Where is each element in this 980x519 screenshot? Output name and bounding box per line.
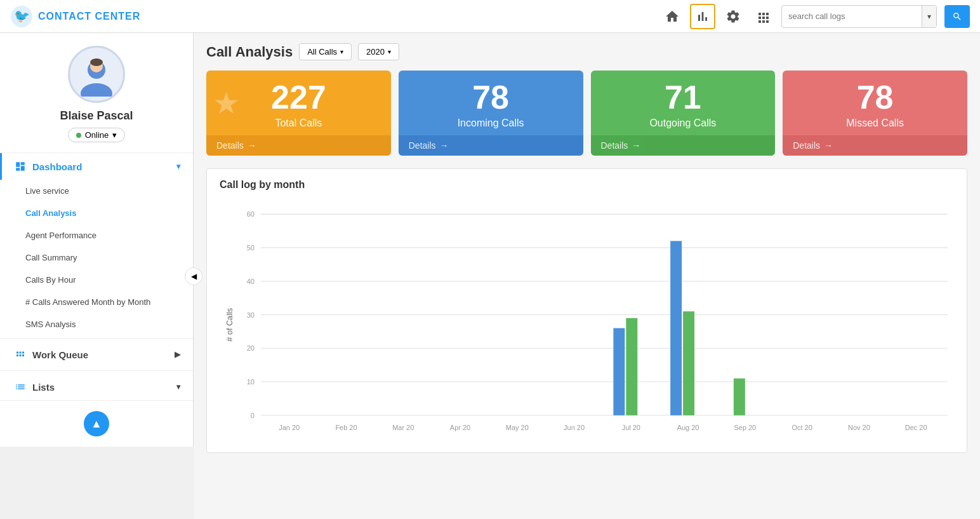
sidebar-item-sms-analysis[interactable]: SMS Analysis xyxy=(0,313,193,335)
total-calls-number: 227 xyxy=(271,81,326,114)
call-summary-label: Call Summary xyxy=(25,253,77,262)
sidebar-item-call-summary[interactable]: Call Summary xyxy=(0,246,193,269)
sidebar-wrapper: Blaise Pascal Online ▾ Dashboard ▾ Live … xyxy=(0,33,194,519)
svg-text:Sep 20: Sep 20 xyxy=(734,424,756,431)
status-badge[interactable]: Online ▾ xyxy=(68,128,126,142)
chart-section: Call log by month # of Calls 0 10 20 xyxy=(206,168,967,453)
bar-jul-outgoing xyxy=(626,318,637,415)
total-calls-card: ★ 227 Total Calls Details → xyxy=(206,71,391,156)
total-calls-footer[interactable]: Details → xyxy=(206,135,391,156)
svg-text:Dec 20: Dec 20 xyxy=(905,424,927,431)
search-area: ▾ xyxy=(781,5,937,28)
year-filter[interactable]: 2020 ▾ xyxy=(358,43,399,60)
sidebar: Blaise Pascal Online ▾ Dashboard ▾ Live … xyxy=(0,33,194,447)
logo-area: 🐦 CONTACT CENTER xyxy=(10,5,140,28)
work-queue-label: Work Queue xyxy=(32,349,88,360)
agent-performance-label: Agent Performance xyxy=(25,231,96,240)
scroll-up-button[interactable]: ▲ xyxy=(84,411,109,436)
svg-text:50: 50 xyxy=(247,244,255,252)
search-input[interactable] xyxy=(782,11,922,21)
live-service-label: Live service xyxy=(25,186,69,196)
total-calls-label: Total Calls xyxy=(275,118,322,129)
missed-calls-footer[interactable]: Details → xyxy=(783,135,967,156)
app-name: CONTACT CENTER xyxy=(38,11,140,22)
dashboard-label: Dashboard xyxy=(32,161,82,172)
svg-text:🐦: 🐦 xyxy=(14,8,30,24)
incoming-calls-main: 78 Incoming Calls xyxy=(399,71,583,135)
svg-text:Jun 20: Jun 20 xyxy=(564,424,585,431)
sidebar-item-agent-performance[interactable]: Agent Performance xyxy=(0,224,193,246)
svg-text:30: 30 xyxy=(247,311,255,318)
search-button[interactable] xyxy=(944,5,970,28)
outgoing-calls-footer-label: Details xyxy=(601,140,628,151)
sidebar-item-call-analysis[interactable]: Call Analysis xyxy=(0,202,193,224)
dashboard-icon xyxy=(15,161,26,172)
missed-calls-arrow: → xyxy=(824,140,833,151)
svg-text:40: 40 xyxy=(247,278,255,285)
settings-button[interactable] xyxy=(720,4,746,29)
status-dot xyxy=(76,133,81,138)
year-caret: ▾ xyxy=(388,48,391,55)
svg-point-3 xyxy=(81,83,112,97)
lists-label: Lists xyxy=(32,382,55,393)
sidebar-bottom: ▲ xyxy=(0,400,193,447)
svg-text:Jan 20: Jan 20 xyxy=(279,424,300,431)
chart-button[interactable] xyxy=(690,4,715,29)
sidebar-collapse-button[interactable]: ◀ xyxy=(185,267,202,285)
missed-calls-main: 78 Missed Calls xyxy=(783,71,967,135)
bar-chart: # of Calls 0 10 20 30 40 xyxy=(220,201,954,442)
incoming-calls-label: Incoming Calls xyxy=(458,118,524,129)
outgoing-calls-label: Outgoing Calls xyxy=(649,118,716,129)
svg-text:10: 10 xyxy=(247,378,255,386)
all-calls-caret: ▾ xyxy=(340,48,343,55)
outgoing-calls-main: 71 Outgoing Calls xyxy=(591,71,776,135)
outgoing-calls-footer[interactable]: Details → xyxy=(591,135,776,156)
grid-button[interactable] xyxy=(751,4,776,29)
dashboard-chevron: ▾ xyxy=(176,162,180,171)
calls-answered-label: # Calls Answered Month by Month xyxy=(25,297,150,307)
main-content: Call Analysis All Calls ▾ 2020 ▾ ★ 227 T… xyxy=(194,33,980,519)
missed-calls-number: 78 xyxy=(857,81,894,114)
incoming-calls-arrow: → xyxy=(440,140,449,151)
all-calls-filter[interactable]: All Calls ▾ xyxy=(299,43,352,60)
search-dropdown-button[interactable]: ▾ xyxy=(922,6,936,27)
incoming-calls-footer-label: Details xyxy=(409,140,436,151)
user-name: Blaise Pascal xyxy=(60,109,133,123)
missed-calls-card: 78 Missed Calls Details → xyxy=(783,71,967,156)
logo-icon: 🐦 xyxy=(10,5,33,28)
sidebar-item-work-queue[interactable]: Work Queue ▶ xyxy=(0,341,193,368)
header: 🐦 CONTACT CENTER ▾ xyxy=(0,0,980,33)
svg-text:May 20: May 20 xyxy=(506,424,529,431)
incoming-calls-number: 78 xyxy=(472,81,509,114)
home-button[interactable] xyxy=(659,4,685,29)
svg-text:60: 60 xyxy=(247,210,255,218)
page-header: Call Analysis All Calls ▾ 2020 ▾ xyxy=(206,43,967,60)
status-chevron: ▾ xyxy=(112,130,117,140)
year-filter-label: 2020 xyxy=(366,47,385,57)
bar-jul-incoming xyxy=(613,328,625,415)
chart-container: # of Calls 0 10 20 30 40 xyxy=(220,201,954,442)
svg-text:Oct 20: Oct 20 xyxy=(791,424,812,431)
sidebar-item-dashboard[interactable]: Dashboard ▾ xyxy=(0,153,193,180)
missed-calls-footer-label: Details xyxy=(793,140,820,151)
avatar xyxy=(68,46,125,103)
stat-cards: ★ 227 Total Calls Details → 78 Incoming … xyxy=(206,71,967,156)
sidebar-item-calls-answered[interactable]: # Calls Answered Month by Month xyxy=(0,291,193,313)
outgoing-calls-arrow: → xyxy=(632,140,640,151)
calls-by-hour-label: Calls By Hour xyxy=(25,275,76,285)
bar-aug-incoming xyxy=(670,241,682,415)
missed-calls-label: Missed Calls xyxy=(846,118,904,129)
page-title: Call Analysis xyxy=(206,44,293,60)
sidebar-item-lists[interactable]: Lists ▾ xyxy=(0,374,193,400)
svg-text:Nov 20: Nov 20 xyxy=(848,424,870,431)
lists-chevron: ▾ xyxy=(176,382,180,391)
incoming-calls-footer[interactable]: Details → xyxy=(399,135,583,156)
bar-sep-outgoing xyxy=(734,379,745,415)
outgoing-calls-number: 71 xyxy=(665,81,701,114)
total-calls-icon: ★ xyxy=(213,85,240,121)
sidebar-item-calls-by-hour[interactable]: Calls By Hour xyxy=(0,269,193,291)
svg-text:Jul 20: Jul 20 xyxy=(622,424,640,431)
sidebar-item-live-service[interactable]: Live service xyxy=(0,180,193,202)
chart-bars xyxy=(613,241,745,415)
work-queue-chevron: ▶ xyxy=(175,350,180,359)
